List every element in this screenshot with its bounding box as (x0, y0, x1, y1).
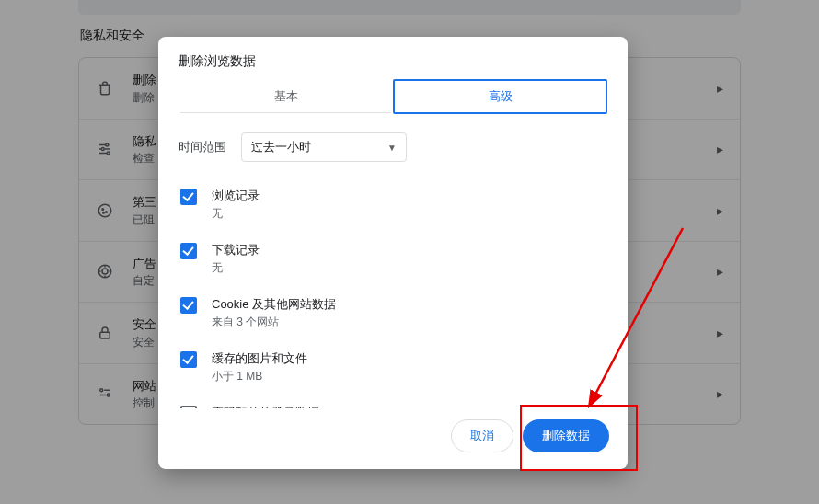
checkbox[interactable] (180, 351, 197, 368)
option-sub: 无 (212, 260, 260, 276)
dialog-body: 时间范围 过去一小时 ▼ 浏览记录无 下载记录无 Cookie 及其他网站数据来… (158, 114, 628, 408)
option-passwords[interactable]: 密码和其他登录数据无 (179, 395, 620, 408)
option-download-history[interactable]: 下载记录无 (179, 233, 620, 287)
option-sub: 来自 3 个网站 (212, 315, 336, 330)
option-browsing-history[interactable]: 浏览记录无 (179, 178, 620, 233)
checkbox[interactable] (180, 406, 197, 408)
checkbox[interactable] (180, 297, 197, 314)
option-title: 密码和其他登录数据 (212, 405, 319, 408)
option-title: 下载记录 (212, 242, 260, 258)
option-cache[interactable]: 缓存的图片和文件小于 1 MB (179, 341, 620, 395)
clear-data-dialog: 删除浏览数据 基本 高级 时间范围 过去一小时 ▼ 浏览记录无 下载记录无 (158, 37, 628, 469)
option-title: 缓存的图片和文件 (212, 350, 307, 367)
checkbox[interactable] (180, 189, 197, 205)
tab-basic[interactable]: 基本 (179, 79, 393, 114)
tab-advanced[interactable]: 高级 (393, 79, 607, 114)
option-sub: 无 (212, 206, 260, 222)
option-cookies[interactable]: Cookie 及其他网站数据来自 3 个网站 (179, 287, 620, 341)
option-title: 浏览记录 (212, 188, 260, 204)
time-range-label: 时间范围 (179, 139, 226, 155)
cancel-button[interactable]: 取消 (451, 419, 513, 452)
dialog-tabs: 基本 高级 (158, 79, 628, 114)
option-title: Cookie 及其他网站数据 (212, 296, 336, 313)
option-sub: 小于 1 MB (212, 369, 307, 384)
dialog-actions: 取消 删除数据 (158, 408, 628, 469)
time-range-value: 过去一小时 (251, 140, 311, 154)
dialog-title: 删除浏览数据 (158, 37, 628, 79)
checkbox[interactable] (180, 243, 197, 259)
time-range-select[interactable]: 过去一小时 ▼ (241, 132, 407, 162)
chevron-down-icon: ▼ (387, 143, 397, 153)
clear-data-button[interactable]: 删除数据 (523, 419, 609, 452)
dialog-scroll[interactable]: 时间范围 过去一小时 ▼ 浏览记录无 下载记录无 Cookie 及其他网站数据来… (158, 114, 628, 408)
